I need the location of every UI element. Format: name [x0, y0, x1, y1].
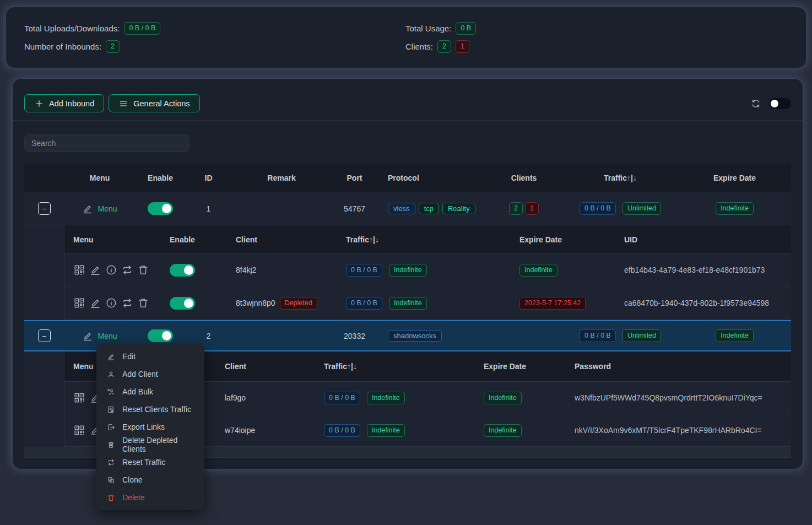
trash-icon[interactable] — [137, 264, 149, 276]
protocol-tag: vless — [388, 203, 415, 214]
header-enable: Enable — [136, 174, 185, 182]
clone-icon — [107, 476, 115, 484]
traffic-limit-badge: Indefinite — [367, 392, 405, 404]
add-inbound-label: Add Inbound — [49, 99, 94, 108]
header-menu: Menu — [64, 235, 161, 244]
export-links-icon — [107, 423, 115, 431]
expire-badge: Indefinite — [484, 424, 522, 437]
stat-label: Total Uploads/Downloads: — [24, 24, 120, 33]
context-menu-item-reset-clients-traffic[interactable]: Reset Clients Traffic — [96, 400, 204, 418]
delete-depleted-clients-icon — [107, 441, 115, 449]
traffic-badge: 0 B / 0 B — [324, 424, 360, 437]
traffic-limit-badge: Unlimited — [622, 202, 661, 215]
inbound-port: 20332 — [331, 332, 378, 340]
inbound-context-menu: Edit Add Client Add Bulk Reset Clients T… — [96, 344, 204, 510]
traffic-limit-badge: Indefinite — [389, 297, 427, 310]
general-actions-button[interactable]: General Actions — [109, 94, 199, 112]
client-enable-toggle[interactable] — [170, 297, 195, 310]
header-clients: Clients — [485, 174, 562, 182]
reset-traffic-icon — [107, 458, 115, 467]
info-icon[interactable] — [105, 297, 117, 309]
edit-icon — [107, 353, 115, 361]
clients-depleted-badge: 1 — [456, 40, 469, 53]
client-uid: ca68470b-1940-437d-802b-1f9573e94598 — [615, 299, 791, 307]
header-traffic-sort[interactable]: Traffic↑|↓ — [315, 362, 475, 371]
client-row: 8f4kj2 0 B / 0 B Indefinite Indefinite e… — [64, 254, 791, 286]
client-name: 8f4kj2 — [227, 266, 337, 274]
info-icon[interactable] — [105, 264, 117, 276]
inbound-menu-button[interactable]: Menu — [82, 203, 117, 214]
context-menu-item-add-client[interactable]: Add Client — [96, 365, 204, 383]
collapse-row-button[interactable]: − — [38, 329, 51, 342]
stat-value-badge: 0 B / 0 B — [124, 22, 160, 35]
reset-traffic-icon[interactable] — [121, 264, 133, 276]
inbound-id: 1 — [185, 204, 232, 213]
header-expire-date: Expire Date — [678, 174, 791, 182]
traffic-limit-badge: Indefinite — [367, 424, 405, 437]
stat-label: Number of Inbounds: — [24, 42, 101, 51]
client-name: w74ioipe — [216, 426, 315, 435]
stat-number-of-inbounds: Number of Inbounds: 2 — [24, 40, 160, 53]
header-uid: UID — [615, 235, 791, 244]
collapse-row-button[interactable]: − — [38, 202, 51, 215]
header-menu: Menu — [64, 174, 136, 182]
inbound-enable-toggle[interactable] — [148, 202, 173, 215]
edit-pencil-icon — [82, 203, 93, 214]
header-expire-date: Expire Date — [475, 362, 566, 371]
context-menu-item-edit[interactable]: Edit — [96, 348, 204, 365]
qrcode-icon[interactable] — [73, 424, 85, 436]
clients-depleted-badge: 1 — [525, 202, 539, 215]
plus-icon — [34, 99, 44, 109]
edit-pencil-icon[interactable] — [89, 264, 101, 276]
client-uid: efb14b43-4a79-4e83-ef18-e48cf1901b73 — [615, 266, 791, 274]
inbounds-table-header: Menu Enable ID Remark Port Protocol Clie… — [24, 164, 791, 192]
general-actions-label: General Actions — [133, 99, 190, 108]
edit-pencil-icon[interactable] — [89, 297, 101, 309]
header-traffic-sort[interactable]: Traffic↑|↓ — [562, 174, 678, 182]
reset-clients-traffic-icon — [107, 405, 115, 414]
header-traffic-sort[interactable]: Traffic↑|↓ — [337, 235, 511, 244]
theme-toggle[interactable] — [769, 98, 791, 109]
search-input[interactable] — [24, 134, 190, 152]
stat-label: Clients: — [405, 42, 433, 51]
stat-value-badge: 2 — [106, 40, 120, 53]
inbound-enable-toggle[interactable] — [148, 329, 173, 342]
expire-badge: Indefinite — [716, 202, 754, 215]
expire-badge: Indefinite — [716, 329, 754, 342]
refresh-icon[interactable] — [750, 98, 761, 109]
qrcode-icon[interactable] — [73, 392, 85, 404]
context-menu-item-delete-depleted-clients[interactable]: Delete Depleted Clients — [96, 436, 204, 453]
protocol-tag: shadowsocks — [388, 330, 442, 342]
add-inbound-button[interactable]: Add Inbound — [24, 94, 104, 112]
qrcode-icon[interactable] — [73, 297, 85, 309]
delete-icon — [107, 494, 115, 502]
edit-pencil-icon — [82, 331, 93, 342]
traffic-limit-badge: Unlimited — [622, 329, 661, 342]
header-client: Client — [216, 362, 315, 371]
header-id: ID — [185, 174, 232, 182]
traffic-limit-badge: Indefinite — [389, 264, 427, 277]
menu-list-icon — [118, 99, 128, 109]
client-row: 8t3wjnn8p0 Depleted 0 B / 0 B Indefinite… — [64, 286, 791, 320]
expire-badge: Indefinite — [519, 264, 557, 277]
context-menu-item-export-links[interactable]: Export Links — [96, 418, 204, 436]
add-bulk-icon — [107, 388, 115, 396]
client-password: nkV/I/3XoAm9v6xMT/T5IcrF4TpeTKF98rHARbRo… — [566, 426, 791, 435]
context-menu-item-reset-traffic[interactable]: Reset Traffic — [96, 453, 204, 471]
context-menu-item-clone[interactable]: Clone — [96, 471, 204, 489]
context-menu-item-delete[interactable]: Delete — [96, 489, 204, 506]
stat-clients: Clients: 2 1 — [405, 40, 476, 53]
traffic-badge: 0 B / 0 B — [580, 329, 616, 342]
reset-traffic-icon[interactable] — [121, 297, 133, 309]
client-enable-toggle[interactable] — [170, 264, 195, 277]
traffic-badge: 0 B / 0 B — [580, 202, 616, 215]
inbound-menu-button[interactable]: Menu — [82, 331, 117, 342]
header-remark: Remark — [232, 174, 331, 182]
qrcode-icon[interactable] — [73, 264, 85, 276]
client-password: w3NfbzUPf5WWd745Q8pvsmQrdrttT2IO6knuI7Di… — [566, 393, 791, 402]
header-enable: Enable — [161, 235, 227, 244]
context-menu-item-add-bulk[interactable]: Add Bulk — [96, 383, 204, 400]
stat-total-usage: Total Usage: 0 B — [405, 22, 476, 35]
inbound-row-1: − Menu 1 54767 vless tcp Reality 2 1 0 — [24, 192, 791, 225]
trash-icon[interactable] — [137, 297, 149, 309]
